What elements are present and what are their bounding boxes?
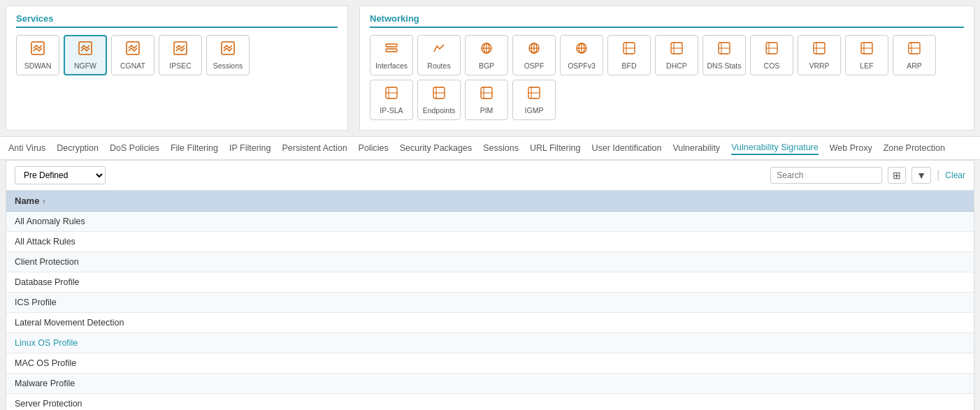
nav-item-ip-filtering[interactable]: IP Filtering: [229, 142, 271, 154]
columns-icon-button[interactable]: ⊞: [888, 167, 906, 184]
cgnat-icon: [125, 41, 140, 59]
data-table: Name↑ All Anomaly RulesAll Attack RulesC…: [6, 191, 974, 410]
networking-title: Networking: [370, 13, 964, 28]
service-btn-ipsec[interactable]: IPSEC: [159, 35, 202, 75]
nav-item-security-packages[interactable]: Security Packages: [400, 142, 473, 154]
table-row: MAC OS Profile: [6, 353, 974, 374]
predefined-dropdown[interactable]: Pre Defined Custom: [15, 166, 106, 184]
ipsec-icon: [173, 41, 188, 59]
filter-icon-button[interactable]: ▼: [911, 167, 931, 184]
nav-item-file-filtering[interactable]: File Filtering: [171, 142, 218, 154]
networking-icon-grid: Interfaces Routes BGP OSPF: [370, 35, 964, 120]
networking-panel: Networking Interfaces Routes BGP: [359, 6, 974, 131]
networking-btn-cos[interactable]: COS: [750, 35, 793, 75]
networking-btn-ospf[interactable]: OSPF: [512, 35, 556, 75]
sdwan-icon: [30, 41, 45, 59]
row-name-cell: Database Profile: [6, 272, 974, 293]
nav-item-anti-virus[interactable]: Anti Virus: [8, 142, 45, 154]
nav-item-vulnerability[interactable]: Vulnerability: [672, 142, 720, 154]
row-name-cell: All Attack Rules: [6, 232, 974, 252]
ospfv3-icon: [574, 41, 589, 59]
nav-item-url-filtering[interactable]: URL Filtering: [530, 142, 580, 154]
row-name-cell: Lateral Movement Detection: [6, 313, 974, 333]
networking-btn-arp[interactable]: ARP: [893, 35, 936, 75]
networking-btn-ospfv3[interactable]: OSPFv3: [560, 35, 603, 75]
cos-icon: [764, 41, 779, 59]
networking-btn-lef[interactable]: LEF: [845, 35, 888, 75]
svg-rect-0: [31, 42, 44, 54]
routes-icon: [431, 41, 447, 59]
networking-btn-vrrp[interactable]: VRRP: [798, 35, 841, 75]
services-panel: Services SDWAN NGFW CGNAT: [6, 6, 348, 131]
pim-icon: [479, 85, 494, 104]
dhcp-icon: [669, 41, 684, 59]
nav-item-zone-protection[interactable]: Zone Protection: [884, 142, 945, 154]
nav-item-decryption[interactable]: Decryption: [57, 142, 99, 154]
ngfw-icon: [78, 41, 93, 59]
networking-btn-pim[interactable]: PIM: [465, 80, 508, 120]
table-row: Linux OS Profile: [6, 333, 974, 353]
endpoints-icon: [431, 85, 447, 104]
networking-btn-bfd[interactable]: BFD: [607, 35, 651, 75]
nav-item-persistent-action[interactable]: Persistent Action: [282, 142, 347, 154]
arp-icon: [907, 41, 922, 59]
svg-rect-2: [127, 42, 139, 54]
dns-stats-icon: [716, 41, 732, 59]
lef-icon: [859, 41, 874, 59]
services-icon-grid: SDWAN NGFW CGNAT IPSEC: [16, 35, 338, 75]
networking-btn-dns-stats[interactable]: DNS Stats: [702, 35, 746, 75]
table-row: All Attack Rules: [6, 232, 974, 252]
sort-arrow: ↑: [42, 198, 45, 205]
table-row: All Anomaly Rules: [6, 212, 974, 232]
svg-rect-6: [386, 49, 397, 52]
service-btn-sessions[interactable]: Sessions: [206, 35, 250, 75]
table-row: ICS Profile: [6, 293, 974, 313]
row-name-cell: All Anomaly Rules: [6, 212, 974, 232]
row-name-cell: ICS Profile: [6, 293, 974, 313]
table-row: Database Profile: [6, 272, 974, 293]
nav-item-sessions[interactable]: Sessions: [483, 142, 519, 154]
table-row: Lateral Movement Detection: [6, 313, 974, 333]
networking-btn-ip-sla[interactable]: IP-SLA: [370, 80, 413, 120]
svg-rect-5: [386, 44, 397, 47]
networking-btn-bgp[interactable]: BGP: [465, 35, 508, 75]
service-btn-sdwan[interactable]: SDWAN: [16, 35, 59, 75]
search-input[interactable]: [770, 167, 882, 184]
ip-sla-icon: [384, 85, 399, 104]
networking-btn-igmp[interactable]: IGMP: [512, 80, 556, 120]
services-title: Services: [16, 13, 338, 28]
service-btn-cgnat[interactable]: CGNAT: [111, 35, 154, 75]
toolbar: Pre Defined Custom ⊞ ▼ | Clear: [6, 161, 974, 191]
networking-btn-endpoints[interactable]: Endpoints: [417, 80, 461, 120]
nav-bar: Anti VirusDecryptionDoS PoliciesFile Fil…: [0, 136, 980, 160]
main-content: Pre Defined Custom ⊞ ▼ | Clear Name↑ All…: [6, 160, 974, 410]
vrrp-icon: [812, 41, 827, 59]
service-btn-ngfw[interactable]: NGFW: [64, 35, 107, 75]
row-name-cell: Server Protection: [6, 394, 974, 411]
table-row: Malware Profile: [6, 374, 974, 394]
ospf-icon: [526, 41, 542, 59]
row-name-cell[interactable]: Linux OS Profile: [6, 333, 974, 353]
nav-item-web-proxy[interactable]: Web Proxy: [830, 142, 872, 154]
networking-btn-interfaces[interactable]: Interfaces: [370, 35, 413, 75]
svg-rect-4: [222, 42, 234, 54]
table-row: Client Protection: [6, 252, 974, 272]
nav-item-dos-policies[interactable]: DoS Policies: [110, 142, 159, 154]
nav-item-policies[interactable]: Policies: [359, 142, 389, 154]
column-name-header[interactable]: Name↑: [6, 191, 974, 212]
igmp-icon: [526, 85, 542, 104]
interfaces-icon: [384, 41, 399, 59]
nav-item-user-identification[interactable]: User Identification: [591, 142, 661, 154]
bfd-icon: [621, 41, 637, 59]
sessions-icon: [220, 41, 236, 59]
row-name-cell: Malware Profile: [6, 374, 974, 394]
networking-btn-routes[interactable]: Routes: [417, 35, 461, 75]
nav-item-vulnerability-signature[interactable]: Vulnerability Signature: [731, 141, 819, 155]
table-row: Server Protection: [6, 394, 974, 411]
networking-btn-dhcp[interactable]: DHCP: [655, 35, 698, 75]
row-name-cell: Client Protection: [6, 252, 974, 272]
row-name-cell: MAC OS Profile: [6, 353, 974, 374]
svg-rect-3: [174, 42, 187, 54]
clear-button[interactable]: Clear: [945, 170, 965, 180]
svg-rect-1: [79, 42, 92, 54]
